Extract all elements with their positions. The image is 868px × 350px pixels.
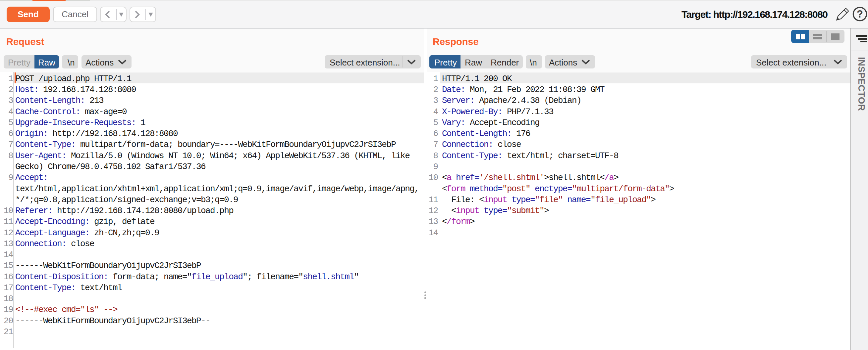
- svg-text:?: ?: [857, 8, 863, 20]
